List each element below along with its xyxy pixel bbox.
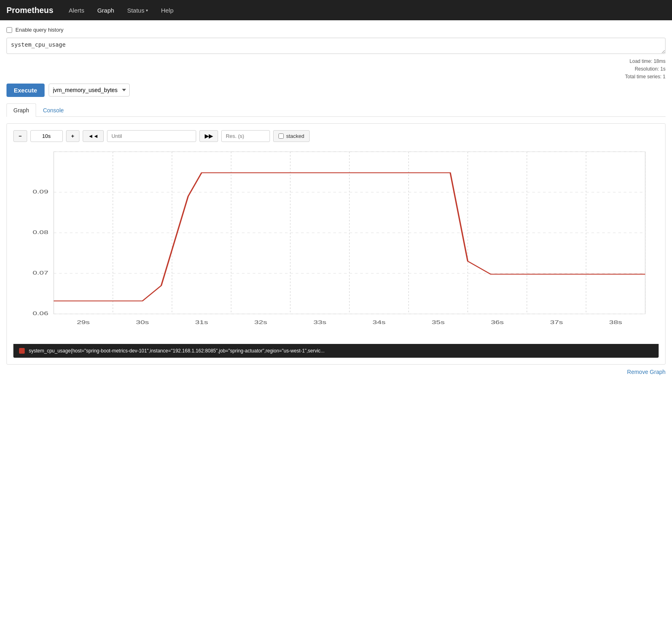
status-dropdown-arrow: ▾ xyxy=(146,8,148,13)
range-minus-button[interactable]: − xyxy=(13,130,27,142)
svg-text:38s: 38s xyxy=(609,320,622,325)
svg-text:0.06: 0.06 xyxy=(33,311,49,316)
stats-row: Load time: 18ms Resolution: 1s Total tim… xyxy=(6,58,666,81)
legend-bar: system_cpu_usage{host="spring-boot-metri… xyxy=(13,344,659,358)
graph-controls: − + ◄◄ ▶▶ stacked xyxy=(13,130,659,142)
range-input[interactable] xyxy=(30,130,63,142)
remove-graph-row: Remove Graph xyxy=(6,369,666,375)
svg-text:36s: 36s xyxy=(491,320,504,325)
time-back-button[interactable]: ◄◄ xyxy=(83,130,104,142)
svg-text:29s: 29s xyxy=(77,320,90,325)
nav-help[interactable]: Help xyxy=(155,4,179,17)
navbar: Prometheus Alerts Graph Status ▾ Help xyxy=(0,0,672,20)
query-input[interactable]: system_cpu_usage xyxy=(6,38,666,54)
svg-text:32s: 32s xyxy=(254,320,267,325)
chart-container: 0.06 0.07 0.08 0.09 29s 30s 31s 32s 33s … xyxy=(13,148,659,342)
svg-text:0.08: 0.08 xyxy=(33,230,49,235)
resolution-input[interactable] xyxy=(221,130,270,142)
tab-console[interactable]: Console xyxy=(36,103,71,117)
svg-text:31s: 31s xyxy=(195,320,208,325)
tabs: Graph Console xyxy=(6,103,666,117)
until-input[interactable] xyxy=(107,130,196,142)
nav-status[interactable]: Status ▾ xyxy=(122,4,154,17)
tab-graph[interactable]: Graph xyxy=(6,103,36,117)
nav-links: Alerts Graph Status ▾ Help xyxy=(63,4,179,17)
svg-text:33s: 33s xyxy=(313,320,326,325)
nav-graph[interactable]: Graph xyxy=(92,4,120,17)
resolution-stat: Resolution: 1s xyxy=(635,66,666,72)
brand-logo[interactable]: Prometheus xyxy=(6,6,54,15)
range-plus-button[interactable]: + xyxy=(66,130,80,142)
svg-text:35s: 35s xyxy=(432,320,445,325)
svg-text:0.09: 0.09 xyxy=(33,189,49,194)
legend-text: system_cpu_usage{host="spring-boot-metri… xyxy=(29,348,325,354)
graph-panel: − + ◄◄ ▶▶ stacked xyxy=(6,123,666,365)
query-history-checkbox[interactable] xyxy=(6,27,12,33)
nav-alerts[interactable]: Alerts xyxy=(63,4,90,17)
svg-text:34s: 34s xyxy=(372,320,385,325)
total-series-stat: Total time series: 1 xyxy=(625,74,666,79)
execute-button[interactable]: Execute xyxy=(6,84,45,97)
load-time-stat: Load time: 18ms xyxy=(629,58,666,64)
time-forward-button[interactable]: ▶▶ xyxy=(199,130,218,142)
svg-text:30s: 30s xyxy=(136,320,149,325)
stacked-label[interactable]: stacked xyxy=(273,130,310,142)
stacked-text: stacked xyxy=(286,133,304,139)
chart-svg: 0.06 0.07 0.08 0.09 29s 30s 31s 32s 33s … xyxy=(13,148,659,342)
stacked-checkbox[interactable] xyxy=(278,133,284,139)
metric-select[interactable]: jvm_memory_used_bytes system_cpu_usage h… xyxy=(49,84,130,97)
remove-graph-link[interactable]: Remove Graph xyxy=(627,369,666,375)
execute-row: Execute jvm_memory_used_bytes system_cpu… xyxy=(6,84,666,97)
svg-text:0.07: 0.07 xyxy=(33,270,49,275)
query-history-label[interactable]: Enable query history xyxy=(15,27,64,33)
main-content: Enable query history system_cpu_usage Lo… xyxy=(0,20,672,382)
legend-color-swatch xyxy=(19,348,25,354)
svg-text:37s: 37s xyxy=(550,320,563,325)
query-history-row: Enable query history xyxy=(6,27,666,33)
